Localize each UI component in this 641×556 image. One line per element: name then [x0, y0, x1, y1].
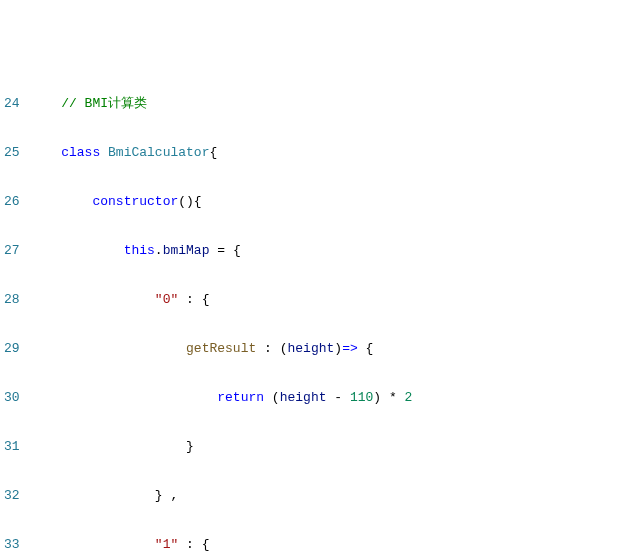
code-line[interactable]: "0" : {	[30, 290, 641, 309]
code-line[interactable]: getResult : (height)=> {	[30, 339, 641, 358]
line-number: 33	[4, 535, 22, 554]
line-number: 28	[4, 290, 22, 309]
code-line[interactable]: constructor(){	[30, 192, 641, 211]
code-line[interactable]: "1" : {	[30, 535, 641, 554]
code-line[interactable]: // BMI计算类	[30, 94, 641, 113]
line-number: 31	[4, 437, 22, 456]
line-number: 26	[4, 192, 22, 211]
line-number: 32	[4, 486, 22, 505]
code-line[interactable]: class BmiCalculator{	[30, 143, 641, 162]
code-line[interactable]: this.bmiMap = {	[30, 241, 641, 260]
line-number: 30	[4, 388, 22, 407]
line-number: 24	[4, 94, 22, 113]
code-line[interactable]: return (height - 110) * 2	[30, 388, 641, 407]
code-content[interactable]: // BMI计算类 class BmiCalculator{ construct…	[30, 60, 641, 556]
code-line[interactable]: }	[30, 437, 641, 456]
code-editor[interactable]: 24 25 26 27 28 29 30 31 32 33 34 35 36 3…	[0, 60, 641, 556]
line-number: 27	[4, 241, 22, 260]
line-gutter: 24 25 26 27 28 29 30 31 32 33 34 35 36 3…	[0, 60, 30, 556]
line-number: 25	[4, 143, 22, 162]
line-number: 29	[4, 339, 22, 358]
code-line[interactable]: } ,	[30, 486, 641, 505]
